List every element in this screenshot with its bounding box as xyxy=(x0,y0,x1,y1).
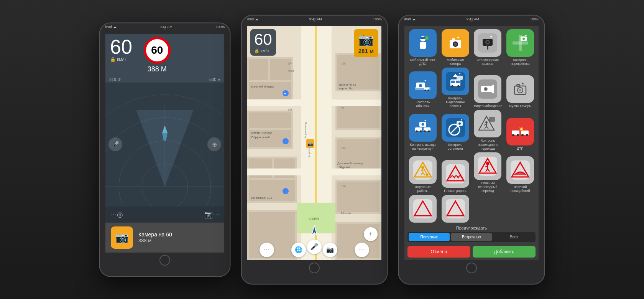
cat-icon-stop-ctrl: ✦ xyxy=(442,114,469,142)
tab-along[interactable]: Попутных xyxy=(409,233,450,241)
radar-top-info: 60 🔒 км/ч 60 388 М xyxy=(105,34,224,76)
add-button[interactable]: Добавить xyxy=(473,246,536,258)
svg-text:✦: ✦ xyxy=(458,72,461,76)
map-zoom-in[interactable]: ＋ xyxy=(364,227,378,241)
map-more-btn[interactable]: ⋯ xyxy=(355,243,369,257)
menu-btn[interactable]: ⋯ xyxy=(110,210,117,219)
svg-point-121 xyxy=(416,130,417,132)
ipad1-status-left: iPad ☁ xyxy=(105,25,117,29)
cat-icon-fake-camera: ✦ xyxy=(506,75,534,103)
ipad2-status-left: iPad ☁ xyxy=(247,17,258,21)
speed-sign-block: 60 388 М xyxy=(144,37,171,73)
cat-lane-ctrl[interactable]: ✦ Контроль выделенной полосы xyxy=(440,68,471,108)
svg-point-122 xyxy=(420,130,422,132)
ipad3-home-button[interactable] xyxy=(466,263,477,273)
svg-text:Журнал: Журнал xyxy=(339,165,350,169)
cat-icon-crosswalk-ctrl xyxy=(474,110,501,137)
cat-intersection-ctrl[interactable]: ✦ Контроль перекрёстка xyxy=(505,29,536,66)
cat-oncoming-ctrl[interactable]: ✦ Контроль въезда на «встречку» xyxy=(407,110,438,150)
ipad3-bottom-bar xyxy=(399,260,544,276)
ipad2-status-right: 100% xyxy=(373,17,382,21)
svg-text:128: 128 xyxy=(341,62,346,65)
radar-controls-right: ⊕ xyxy=(207,137,221,151)
svg-text:О'КЕЙ: О'КЕЙ xyxy=(309,216,319,221)
more-btn[interactable]: ⋯ xyxy=(213,210,220,219)
speed-sign: 60 xyxy=(144,37,171,64)
zoom-button[interactable]: ⊕ xyxy=(207,137,221,151)
map-layers-btn[interactable]: 🌐 xyxy=(291,243,306,257)
svg-point-104 xyxy=(457,85,460,88)
svg-point-149 xyxy=(526,134,528,136)
ipad1-screen: 60 🔒 км/ч 60 388 М 219 xyxy=(105,34,224,253)
ipad2-top-bar: iPad ☁ 9:41 AM 100% xyxy=(242,15,387,26)
cat-pedestrian-danger[interactable]: Опасный пешеходный переход xyxy=(473,152,503,193)
cat-filter-row: Предупреждать Попутных Встречных Всех xyxy=(407,224,536,244)
svg-point-45 xyxy=(283,138,289,144)
ipad3-top-bar: iPad ☁ 9:41 AM 100% xyxy=(399,15,544,26)
map-speed-unit: 🔒 км/ч xyxy=(254,48,272,53)
svg-point-64 xyxy=(283,188,289,194)
cat-fixed-camera[interactable]: ✦ Стационарная камера xyxy=(473,29,503,66)
cat-bad-road[interactable]: Плохая дорога xyxy=(440,152,471,193)
compass-distance: 500 м xyxy=(209,77,220,82)
ipad3-screen: ✓ Мобильный пост ДПС xyxy=(404,26,539,260)
cancel-button[interactable]: Отмена xyxy=(407,246,470,258)
svg-text:📷: 📷 xyxy=(307,141,313,147)
svg-point-124 xyxy=(424,130,426,132)
cat-roadwork[interactable]: Дорожные работы xyxy=(407,152,438,193)
cat-icon-warn2 xyxy=(442,195,469,223)
svg-rect-142 xyxy=(489,117,495,122)
svg-text:●: ● xyxy=(284,92,286,95)
cat-stop-ctrl[interactable]: ✦ Контроль остановки xyxy=(440,110,471,150)
map-menu-btn[interactable]: ⋯ xyxy=(260,243,274,257)
cat-lying-cop[interactable]: Лежачий полицейский xyxy=(505,152,536,193)
cat-mobile-dps[interactable]: ✓ Мобильный пост ДПС xyxy=(407,29,438,66)
cat-mobile-camera[interactable]: ✦ Мобильная камера xyxy=(440,29,471,66)
cat-surveillance[interactable]: Видеонаблюдение xyxy=(473,68,503,108)
ipad1-home-button[interactable] xyxy=(159,255,170,266)
tab-all[interactable]: Всех xyxy=(493,233,534,241)
cat-warn1[interactable] xyxy=(407,195,438,224)
camera-btn[interactable]: 📷 xyxy=(204,210,213,219)
svg-point-137 xyxy=(485,121,488,124)
cat-fake-camera[interactable]: ✦ Муляж камеры xyxy=(505,68,536,108)
svg-text:✓: ✓ xyxy=(426,37,428,40)
svg-rect-77 xyxy=(452,38,455,40)
lock-icon: 🔒 xyxy=(110,57,116,62)
map-mic-btn[interactable]: 🎤 xyxy=(307,240,322,254)
cat-icon-fixed-camera: ✦ xyxy=(474,29,501,57)
map-camera2-btn[interactable]: 📷 xyxy=(323,243,337,257)
radar-bottom-bar: ⋯ ◎ 📷 ⋯ xyxy=(105,206,224,223)
cat-icon-mobile-camera: ✦ xyxy=(442,29,469,57)
cat-label-surveillance: Видеонаблюдение xyxy=(474,104,501,108)
cat-label-accident: ДТП xyxy=(517,147,524,150)
mic-button[interactable]: 🎤 xyxy=(108,137,122,151)
cat-label-mobile-dps: Мобильный пост ДПС xyxy=(409,58,437,66)
svg-point-75 xyxy=(454,43,457,46)
scene: iPad ☁ 9:41 AM 100% 60 🔒 км/ч xyxy=(0,0,644,299)
ipad2-home-button[interactable] xyxy=(309,263,320,273)
cat-icon-oncoming-ctrl: ✦ xyxy=(409,114,437,142)
tab-oncoming[interactable]: Встречных xyxy=(451,233,492,241)
ipad-categories: iPad ☁ 9:41 AM 100% xyxy=(399,15,544,284)
cat-warn2[interactable] xyxy=(440,195,471,224)
cat-crosswalk-ctrl[interactable]: Контроль пешеходного перехода xyxy=(473,110,503,150)
cat-icon-roadside-ctrl: ✦ xyxy=(409,71,437,99)
svg-text:✦: ✦ xyxy=(460,118,463,122)
cat-filter-label: Предупреждать xyxy=(407,226,536,230)
svg-point-133 xyxy=(458,122,461,125)
svg-rect-102 xyxy=(456,81,460,83)
cat-icon-lying-cop xyxy=(506,156,534,184)
layers-btn[interactable]: ◎ xyxy=(117,210,123,219)
svg-rect-86 xyxy=(513,41,528,45)
ipad1-status-center: 9:41 AM xyxy=(160,25,172,29)
svg-text:107: 107 xyxy=(288,62,292,65)
svg-rect-101 xyxy=(451,81,455,83)
ipad-radar: iPad ☁ 9:41 AM 100% 60 🔒 км/ч xyxy=(100,23,230,276)
cat-roadside-ctrl[interactable]: ✦ Контроль обочины xyxy=(407,68,438,108)
svg-point-97 xyxy=(427,89,429,91)
cat-icon-intersection-ctrl: ✦ xyxy=(506,29,534,57)
ipad3-status-left: iPad ☁ xyxy=(404,17,416,21)
ipad2-status-bar: iPad ☁ 9:41 AM 100% xyxy=(242,15,387,23)
cat-accident[interactable]: 💥 ДТП xyxy=(505,110,536,150)
